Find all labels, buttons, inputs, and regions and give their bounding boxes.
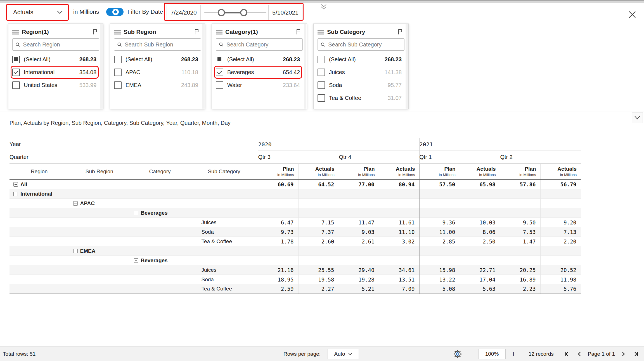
- zoom-level: 100%: [478, 349, 506, 359]
- collapse-icon[interactable]: [134, 211, 138, 215]
- chevron-down-icon: [57, 10, 63, 14]
- table-row: Juices 21.1625.5529.4034.61 15.9822.7120…: [10, 265, 581, 275]
- search-input[interactable]: [328, 41, 401, 48]
- filter-item[interactable]: (Select All) 268.23: [318, 53, 404, 66]
- filter-panel-sub-category: Sub Category (Select All) 268.23 Juices …: [313, 24, 409, 109]
- column-header-sub-region: Sub Region: [69, 164, 130, 180]
- matrix-table: Year 2020 2021 Quarter Qtr 3 Qtr 4 Qtr 1…: [10, 138, 581, 294]
- checkbox[interactable]: [12, 56, 20, 63]
- quarter-header[interactable]: Qtr 2: [500, 151, 581, 164]
- slider-handle-start[interactable]: [218, 9, 225, 16]
- filter-by-date-toggle[interactable]: [106, 8, 124, 16]
- search-box: [318, 38, 404, 51]
- start-date-input[interactable]: [167, 5, 201, 20]
- last-page-icon[interactable]: [631, 349, 641, 359]
- zoom-in-button[interactable]: +: [508, 349, 518, 359]
- measure-header: Planin Millions: [419, 164, 460, 180]
- search-input[interactable]: [23, 41, 96, 48]
- measure-header: Planin Millions: [258, 164, 298, 180]
- window-chrome-strip: [0, 0, 644, 3]
- collapse-filter-pane-icon[interactable]: [318, 3, 330, 11]
- collapse-icon[interactable]: [13, 182, 18, 187]
- measure-header: Planin Millions: [500, 164, 540, 180]
- quarter-header[interactable]: Qtr 3: [258, 151, 339, 164]
- filter-item[interactable]: APAC 110.18: [114, 66, 201, 79]
- menu-icon[interactable]: [216, 29, 222, 36]
- checkbox[interactable]: [216, 56, 223, 63]
- search-box: [216, 38, 303, 51]
- checkbox[interactable]: [318, 69, 325, 76]
- filter-item[interactable]: United States 533.99: [12, 79, 99, 92]
- table-row: Soda 9.737.379.0311.10 11.008.067.537.13: [10, 227, 581, 237]
- measure-dropdown[interactable]: Actuals: [6, 4, 69, 21]
- collapse-icon[interactable]: [13, 192, 18, 196]
- search-box: [12, 38, 99, 51]
- filter-panel-sub-region: Sub Region (Select All) 268.23 APAC 110.…: [110, 24, 205, 109]
- year-2020-header[interactable]: 2020: [258, 138, 419, 151]
- checkbox[interactable]: [318, 94, 325, 102]
- column-header-sub-category: Sub Category: [190, 164, 258, 180]
- filter-item[interactable]: (Select All) 268.23: [114, 53, 201, 66]
- checkbox[interactable]: [114, 56, 122, 63]
- quarter-header[interactable]: Qtr 4: [339, 151, 419, 164]
- checkbox[interactable]: [114, 81, 122, 89]
- table-row: Beverages: [10, 256, 581, 265]
- filter-item-highlighted[interactable]: International 354.08: [12, 66, 99, 79]
- filter-item[interactable]: Soda 95.77: [318, 79, 404, 92]
- checkbox[interactable]: [216, 69, 223, 76]
- quarter-row-label: Quarter: [10, 151, 258, 164]
- search-input[interactable]: [226, 41, 300, 48]
- filter-item[interactable]: Water 233.64: [216, 79, 303, 92]
- column-header-category: Category: [130, 164, 190, 180]
- filter-item-highlighted[interactable]: Beverages 654.42: [216, 66, 303, 79]
- next-page-icon[interactable]: [618, 349, 628, 359]
- checkbox[interactable]: [12, 81, 20, 89]
- settings-gear-icon[interactable]: [453, 349, 463, 359]
- panel-title: Region(1): [22, 29, 92, 35]
- filter-item[interactable]: EMEA 243.89: [114, 79, 201, 92]
- chevron-down-icon: [348, 353, 352, 355]
- filter-item[interactable]: Juices 141.38: [318, 66, 404, 79]
- measure-header: Actualsin Millions: [379, 164, 419, 180]
- checkbox[interactable]: [216, 81, 223, 89]
- quarter-header-row: Quarter Qtr 3 Qtr 4 Qtr 1 Qtr 2: [10, 151, 581, 164]
- menu-icon[interactable]: [318, 29, 324, 36]
- column-header-region: Region: [10, 164, 69, 180]
- table-row: Tea & Coffee 2.592.275.217.09 5.085.632.…: [10, 284, 581, 294]
- end-date-input[interactable]: [268, 5, 302, 20]
- previous-page-icon[interactable]: [574, 349, 584, 359]
- filter-pane: Region(1) (Select All) 268.23 Internatio…: [0, 24, 644, 111]
- filter-item[interactable]: Tea & Coffee 31.07: [318, 92, 404, 104]
- checkbox[interactable]: [114, 69, 122, 76]
- close-icon[interactable]: [626, 8, 638, 21]
- collapse-icon[interactable]: [134, 258, 138, 263]
- checkbox[interactable]: [318, 81, 325, 89]
- checkbox[interactable]: [12, 69, 20, 76]
- first-page-icon[interactable]: [562, 349, 572, 359]
- rows-per-page-select[interactable]: Auto: [328, 349, 359, 359]
- collapse-icon[interactable]: [73, 249, 78, 253]
- menu-icon[interactable]: [114, 29, 121, 36]
- checkbox[interactable]: [318, 56, 325, 63]
- date-range-slider: [204, 4, 266, 22]
- collapse-icon[interactable]: [73, 201, 78, 206]
- filter-panel-region: Region(1) (Select All) 268.23 Internatio…: [8, 24, 103, 109]
- year-2021-header[interactable]: 2021: [419, 138, 581, 151]
- flag-icon[interactable]: [295, 29, 302, 35]
- search-icon: [321, 42, 325, 47]
- expand-table-button[interactable]: [632, 112, 643, 123]
- filter-item[interactable]: (Select All) 268.23: [216, 53, 303, 66]
- filter-panel-category: Category(1) (Select All) 268.23 Beverage…: [212, 24, 307, 109]
- flag-icon[interactable]: [397, 29, 403, 35]
- menu-icon[interactable]: [12, 29, 19, 36]
- year-header-row: Year 2020 2021: [10, 138, 581, 151]
- filter-item[interactable]: (Select All) 268.23: [12, 53, 99, 66]
- flag-icon[interactable]: [92, 29, 98, 35]
- flag-icon[interactable]: [194, 29, 200, 35]
- status-bar: Total rows: 51 Rows per page: Auto − 100…: [0, 346, 644, 361]
- slider-handle-end[interactable]: [240, 9, 247, 16]
- zoom-out-button[interactable]: −: [465, 349, 475, 359]
- quarter-header[interactable]: Qtr 1: [419, 151, 500, 164]
- search-input[interactable]: [125, 41, 198, 48]
- toggle-knob: [112, 9, 119, 15]
